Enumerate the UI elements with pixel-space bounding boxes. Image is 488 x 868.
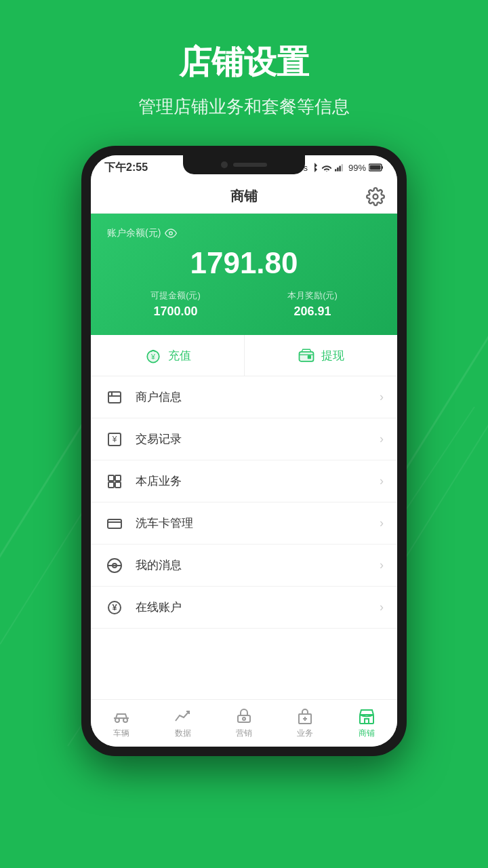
page-subtitle: 管理店铺业务和套餐等信息 — [0, 95, 488, 119]
svg-rect-18 — [300, 352, 314, 361]
svg-rect-6 — [335, 169, 336, 171]
svg-rect-7 — [337, 167, 338, 172]
balance-amount: 1791.80 — [107, 246, 381, 280]
app-bar: 商铺 — [91, 180, 397, 214]
bonus-value: 206.91 — [287, 304, 338, 319]
settings-icon[interactable] — [366, 187, 385, 206]
car-wash-label: 洗车卡管理 — [136, 515, 380, 531]
svg-rect-23 — [108, 475, 114, 481]
withdraw-button[interactable]: 提现 — [245, 335, 398, 376]
svg-rect-41 — [365, 719, 369, 724]
svg-rect-12 — [382, 166, 383, 169]
car-wash-arrow: › — [380, 516, 384, 530]
merchant-info-label: 商户信息 — [136, 389, 380, 405]
menu-item-merchant-info[interactable]: 商户信息 › — [91, 376, 397, 418]
svg-text:¥: ¥ — [112, 602, 117, 612]
tab-business[interactable]: 业务 — [274, 700, 336, 747]
svg-point-34 — [123, 718, 127, 722]
svg-point-33 — [115, 718, 119, 722]
phone-screen: 下午2:55 35.6K/s 99% 商铺 — [91, 155, 397, 747]
svg-text:¥: ¥ — [150, 353, 155, 361]
bluetooth-icon — [310, 162, 319, 173]
withdraw-icon — [297, 346, 316, 365]
menu-item-transaction[interactable]: ¥ 交易记录 › — [91, 418, 397, 460]
tab-marketing[interactable]: 营销 — [214, 700, 274, 747]
merchant-info-arrow: › — [380, 390, 384, 404]
withdrawable-value: 1700.00 — [150, 304, 201, 319]
action-buttons: ¥ 充值 提现 — [91, 335, 397, 376]
svg-rect-9 — [342, 164, 343, 171]
phone-notch — [183, 155, 305, 174]
recharge-button[interactable]: ¥ 充值 — [91, 335, 245, 376]
menu-item-store-service[interactable]: 本店业务 › — [91, 460, 397, 502]
tab-marketing-label: 营销 — [236, 728, 252, 739]
store-service-arrow: › — [380, 474, 384, 488]
svg-rect-8 — [339, 166, 340, 172]
svg-rect-35 — [238, 715, 250, 722]
phone-container: 下午2:55 35.6K/s 99% 商铺 — [0, 146, 488, 756]
svg-rect-26 — [115, 482, 121, 488]
data-icon — [174, 707, 192, 725]
tab-bar: 车辆 数据 — [91, 699, 397, 747]
svg-rect-27 — [108, 519, 121, 528]
svg-rect-20 — [108, 392, 121, 403]
transaction-icon: ¥ — [104, 429, 125, 450]
store-icon — [358, 707, 375, 725]
svg-rect-19 — [308, 355, 311, 359]
tab-store-label: 商铺 — [359, 728, 375, 739]
tab-vehicle-label: 车辆 — [113, 728, 129, 739]
phone-speaker — [233, 163, 267, 167]
online-account-icon: ¥ — [104, 597, 125, 618]
svg-point-36 — [243, 717, 245, 720]
business-icon — [296, 707, 314, 725]
merchant-info-icon — [104, 387, 125, 408]
balance-details: 可提金额(元) 1700.00 本月奖励(元) 206.91 — [107, 290, 381, 319]
withdraw-label: 提现 — [321, 348, 344, 363]
phone-frame: 下午2:55 35.6K/s 99% 商铺 — [81, 146, 407, 756]
recharge-icon: ¥ — [144, 346, 163, 365]
bonus-label: 本月奖励(元) — [287, 290, 338, 302]
menu-item-message[interactable]: 我的消息 › — [91, 545, 397, 587]
online-account-arrow: › — [380, 600, 384, 614]
withdrawable-label: 可提金额(元) — [150, 290, 201, 302]
balance-label: 账户余额(元) — [107, 227, 381, 239]
page-header: 店铺设置 管理店铺业务和套餐等信息 — [0, 0, 488, 139]
message-arrow: › — [380, 558, 384, 572]
eye-icon[interactable] — [165, 227, 177, 239]
battery-icon — [369, 163, 384, 172]
status-time: 下午2:55 — [104, 161, 148, 175]
svg-text:¥: ¥ — [112, 435, 117, 444]
transaction-label: 交易记录 — [136, 431, 380, 447]
signal-icon — [335, 163, 346, 172]
tab-vehicle[interactable]: 车辆 — [91, 700, 152, 747]
menu-list: 商户信息 › ¥ 交易记录 › — [91, 376, 397, 699]
tab-data[interactable]: 数据 — [152, 700, 213, 747]
svg-rect-11 — [370, 165, 381, 170]
message-label: 我的消息 — [136, 557, 380, 573]
svg-point-13 — [373, 194, 378, 199]
balance-card: 账户余额(元) 1791.80 可提金额(元) 1700.00 本月奖励(元) … — [91, 214, 397, 335]
online-account-label: 在线账户 — [136, 599, 380, 615]
page-title: 店铺设置 — [0, 41, 488, 84]
menu-item-online-account[interactable]: ¥ 在线账户 › — [91, 587, 397, 629]
marketing-icon — [235, 707, 253, 725]
tab-store[interactable]: 商铺 — [336, 700, 397, 747]
menu-item-car-wash[interactable]: 洗车卡管理 › — [91, 502, 397, 545]
recharge-label: 充值 — [168, 348, 191, 363]
bonus-item: 本月奖励(元) 206.91 — [287, 290, 338, 319]
tab-business-label: 业务 — [297, 728, 313, 739]
message-icon — [104, 555, 125, 576]
tab-data-label: 数据 — [175, 728, 191, 739]
vehicle-icon — [113, 707, 130, 725]
store-service-label: 本店业务 — [136, 473, 380, 489]
transaction-arrow: › — [380, 432, 384, 446]
withdrawable-item: 可提金额(元) 1700.00 — [150, 290, 201, 319]
svg-point-14 — [169, 232, 173, 235]
battery-text: 99% — [348, 163, 366, 173]
car-wash-icon — [104, 513, 125, 534]
app-bar-title: 商铺 — [230, 187, 258, 205]
front-camera — [221, 161, 228, 168]
svg-rect-24 — [115, 475, 121, 481]
wifi-icon — [321, 163, 332, 172]
store-service-icon — [104, 471, 125, 492]
